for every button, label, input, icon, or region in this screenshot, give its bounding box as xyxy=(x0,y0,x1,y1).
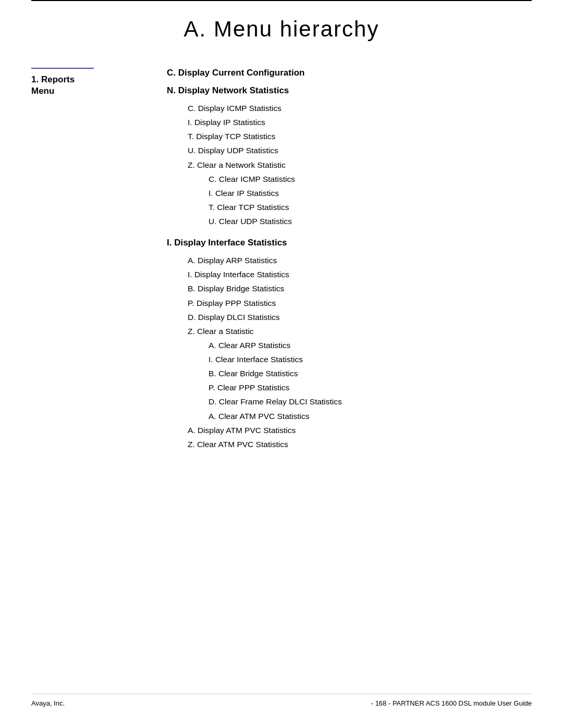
page-container: A. Menu hierarchy 1. Reports Menu C. Dis… xyxy=(0,0,563,728)
list-item: T. Clear TCP Statistics xyxy=(209,200,532,214)
list-item: I. Clear IP Statistics xyxy=(209,186,532,200)
list-item: A. Clear ATM PVC Statistics xyxy=(209,409,532,423)
left-section: 1. Reports Menu xyxy=(31,68,156,97)
list-item: P. Clear PPP Statistics xyxy=(209,380,532,394)
list-item: I. Clear Interface Statistics xyxy=(209,352,532,366)
reports-menu-label: 1. Reports Menu xyxy=(31,74,156,97)
footer-right: - 168 - PARTNER ACS 1600 DSL module User… xyxy=(371,699,532,707)
left-section-rule xyxy=(31,68,94,69)
footer-left: Avaya, Inc. xyxy=(31,699,65,707)
list-item: A. Display ARP Statistics xyxy=(188,253,532,267)
list-item: U. Clear UDP Statistics xyxy=(209,214,532,228)
content-area: 1. Reports Menu C. Display Current Confi… xyxy=(31,68,532,451)
section-i-header: I. Display Interface Statistics xyxy=(167,238,532,248)
page-title: A. Menu hierarchy xyxy=(31,17,532,42)
footer: Avaya, Inc. - 168 - PARTNER ACS 1600 DSL… xyxy=(31,694,532,707)
list-item: C. Display ICMP Statistics xyxy=(188,101,532,115)
list-item: D. Display DLCI Statistics xyxy=(188,310,532,324)
list-item: Z. Clear a Network Statistic xyxy=(188,158,532,172)
interface-stats-items-l2: A. Clear ARP Statistics I. Clear Interfa… xyxy=(167,338,532,423)
list-item: I. Display Interface Statistics xyxy=(188,267,532,281)
network-stats-items-l1: C. Display ICMP Statistics I. Display IP… xyxy=(167,101,532,172)
list-item: Z. Clear a Statistic xyxy=(188,324,532,338)
section-n-header: N. Display Network Statistics xyxy=(167,85,532,96)
list-item: B. Clear Bridge Statistics xyxy=(209,366,532,380)
page-title-area: A. Menu hierarchy xyxy=(31,1,532,68)
list-item: D. Clear Frame Relay DLCI Statistics xyxy=(209,394,532,409)
interface-stats-items-l1-after: A. Display ATM PVC Statistics Z. Clear A… xyxy=(167,423,532,451)
list-item: A. Clear ARP Statistics xyxy=(209,338,532,352)
list-item: B. Display Bridge Statistics xyxy=(188,281,532,295)
list-item: P. Display PPP Statistics xyxy=(188,296,532,310)
list-item: I. Display IP Statistics xyxy=(188,115,532,129)
list-item: A. Display ATM PVC Statistics xyxy=(188,423,532,437)
list-item: T. Display TCP Statistics xyxy=(188,129,532,143)
list-item: U. Display UDP Statistics xyxy=(188,143,532,157)
right-section: C. Display Current Configuration N. Disp… xyxy=(156,68,532,451)
list-item: Z. Clear ATM PVC Statistics xyxy=(188,437,532,451)
list-item: C. Clear ICMP Statistics xyxy=(209,172,532,186)
interface-stats-items-l1: A. Display ARP Statistics I. Display Int… xyxy=(167,253,532,338)
section-c-header: C. Display Current Configuration xyxy=(167,68,532,78)
network-stats-items-l2: C. Clear ICMP Statistics I. Clear IP Sta… xyxy=(167,172,532,229)
